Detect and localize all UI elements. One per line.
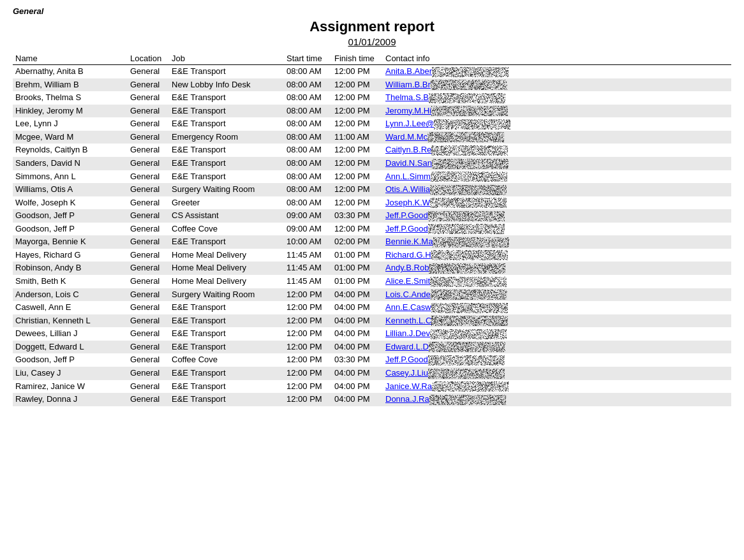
cell-contact[interactable]: William.B.Br [383, 78, 731, 92]
contact-link[interactable]: Lillian.J.Dev [385, 328, 430, 338]
cell-job: E&E Transport [169, 235, 284, 249]
cell-contact[interactable]: Lynn.J.Lee@ [383, 117, 731, 131]
cell-contact[interactable]: Andy.B.Rob [383, 262, 731, 275]
cell-contact[interactable]: Lillian.J.Dev [383, 327, 731, 341]
cell-contact[interactable]: Ward.M.Mc [383, 131, 731, 144]
cell-finish: 12:00 PM [332, 170, 383, 184]
contact-link[interactable]: Bennie.K.Ma [385, 237, 433, 246]
cell-finish: 12:00 PM [332, 144, 383, 157]
cell-contact[interactable]: Caitlyn.B.Re [383, 144, 731, 157]
cell-job: E&E Transport [169, 380, 284, 394]
table-row: Brooks, Thelma SGeneralE&E Transport08:0… [13, 91, 731, 105]
cell-name: Christian, Kenneth L [13, 314, 128, 328]
col-header-job: Job [169, 52, 284, 65]
cell-contact[interactable]: Donna.J.Ra [383, 393, 731, 406]
cell-contact[interactable]: Jeromy.M.Hi [383, 105, 731, 118]
col-header-finish: Finish time [332, 52, 383, 65]
contact-link[interactable]: Richard.G.H [385, 250, 431, 260]
table-row: Liu, Casey JGeneralE&E Transport12:00 PM… [13, 367, 731, 380]
contact-link[interactable]: Andy.B.Rob [385, 263, 429, 272]
contact-link[interactable]: David.N.San [385, 158, 432, 168]
contact-link[interactable]: Anita.B.Aber [385, 66, 432, 76]
cell-contact[interactable]: Jeff.P.Good [383, 209, 731, 223]
contact-link[interactable]: Caitlyn.B.Re [385, 145, 431, 154]
cell-name: Anderson, Lois C [13, 288, 128, 302]
report-date: 01/01/2009 [13, 36, 731, 47]
contact-link[interactable]: Lynn.J.Lee@ [385, 119, 434, 128]
cell-contact[interactable]: Jeff.P.Good [383, 353, 731, 367]
cell-job: Home Meal Delivery [169, 275, 284, 288]
cell-location: General [128, 327, 169, 341]
contact-link[interactable]: Jeff.P.Good [385, 210, 428, 220]
cell-contact[interactable]: Jeff.P.Good [383, 223, 731, 236]
cell-job: E&E Transport [169, 327, 284, 341]
contact-link[interactable]: Ann.L.Simm [385, 172, 431, 181]
cell-finish: 12:00 PM [332, 157, 383, 170]
table-row: Hayes, Richard GGeneralHome Meal Deliver… [13, 249, 731, 262]
cell-contact[interactable]: David.N.San [383, 157, 731, 170]
cell-job: E&E Transport [169, 301, 284, 314]
cell-contact[interactable]: Ann.E.Casw [383, 301, 731, 314]
cell-finish: 12:00 PM [332, 105, 383, 118]
cell-location: General [128, 380, 169, 394]
contact-link[interactable]: Donna.J.Ra [385, 394, 429, 404]
cell-location: General [128, 249, 169, 262]
cell-name: Mayorga, Bennie K [13, 235, 128, 249]
cell-finish: 03:30 PM [332, 353, 383, 367]
contact-link[interactable]: William.B.Br [385, 80, 431, 89]
contact-link[interactable]: Otis.A.Willia [385, 184, 430, 194]
contact-link[interactable]: Jeromy.M.Hi [385, 106, 431, 115]
cell-contact[interactable]: Richard.G.H [383, 249, 731, 262]
contact-link[interactable]: Casey.J.Liu [385, 368, 428, 378]
cell-job: E&E Transport [169, 105, 284, 118]
cell-start: 08:00 AM [284, 78, 332, 92]
cell-job: E&E Transport [169, 393, 284, 406]
cell-location: General [128, 235, 169, 249]
contact-link[interactable]: Janice.W.Ra [385, 381, 432, 391]
table-row: Rawley, Donna JGeneralE&E Transport12:00… [13, 393, 731, 406]
cell-contact[interactable]: Anita.B.Aber [383, 65, 731, 78]
cell-job: Greeter [169, 196, 284, 210]
contact-link[interactable]: Jeff.P.Good [385, 355, 428, 364]
contact-link[interactable]: Ward.M.Mc [385, 132, 428, 142]
cell-start: 08:00 AM [284, 170, 332, 184]
cell-finish: 12:00 PM [332, 223, 383, 236]
cell-contact[interactable]: Alice.E.Smit [383, 275, 731, 288]
cell-finish: 12:00 PM [332, 65, 383, 78]
cell-location: General [128, 196, 169, 210]
cell-start: 10:00 AM [284, 235, 332, 249]
cell-contact[interactable]: Casey.J.Liu [383, 367, 731, 380]
table-row: Anderson, Lois CGeneralSurgery Waiting R… [13, 288, 731, 302]
col-header-name: Name [13, 52, 128, 65]
cell-finish: 11:00 AM [332, 131, 383, 144]
cell-location: General [128, 78, 169, 92]
cell-start: 08:00 AM [284, 105, 332, 118]
cell-contact[interactable]: Janice.W.Ra [383, 380, 731, 394]
contact-link[interactable]: Lois.C.Ande [385, 290, 431, 299]
contact-link[interactable]: Kenneth.L.C [385, 316, 431, 325]
cell-name: Goodson, Jeff P [13, 223, 128, 236]
table-row: Christian, Kenneth LGeneralE&E Transport… [13, 314, 731, 328]
contact-link[interactable]: Ann.E.Casw [385, 302, 431, 312]
assignment-table: Name Location Job Start time Finish time… [13, 52, 731, 406]
contact-link[interactable]: Alice.E.Smit [385, 276, 430, 286]
cell-start: 09:00 AM [284, 209, 332, 223]
cell-finish: 04:00 PM [332, 314, 383, 328]
cell-contact[interactable]: Lois.C.Ande [383, 288, 731, 302]
cell-contact[interactable]: Bennie.K.Ma [383, 235, 731, 249]
contact-link[interactable]: Jeff.P.Good [385, 224, 428, 233]
cell-name: Wolfe, Joseph K [13, 196, 128, 210]
cell-contact[interactable]: Joseph.K.W [383, 196, 731, 210]
contact-link[interactable]: Thelma.S.B [385, 92, 429, 102]
cell-contact[interactable]: Kenneth.L.C [383, 314, 731, 328]
cell-contact[interactable]: Thelma.S.B [383, 91, 731, 105]
contact-link[interactable]: Joseph.K.W [385, 198, 430, 207]
cell-location: General [128, 183, 169, 196]
col-header-start: Start time [284, 52, 332, 65]
cell-contact[interactable]: Otis.A.Willia [383, 183, 731, 196]
cell-job: E&E Transport [169, 144, 284, 157]
contact-link[interactable]: Edward.L.D [385, 342, 429, 351]
table-row: Dewees, Lillian JGeneralE&E Transport12:… [13, 327, 731, 341]
cell-contact[interactable]: Ann.L.Simm [383, 170, 731, 184]
cell-contact[interactable]: Edward.L.D [383, 341, 731, 354]
